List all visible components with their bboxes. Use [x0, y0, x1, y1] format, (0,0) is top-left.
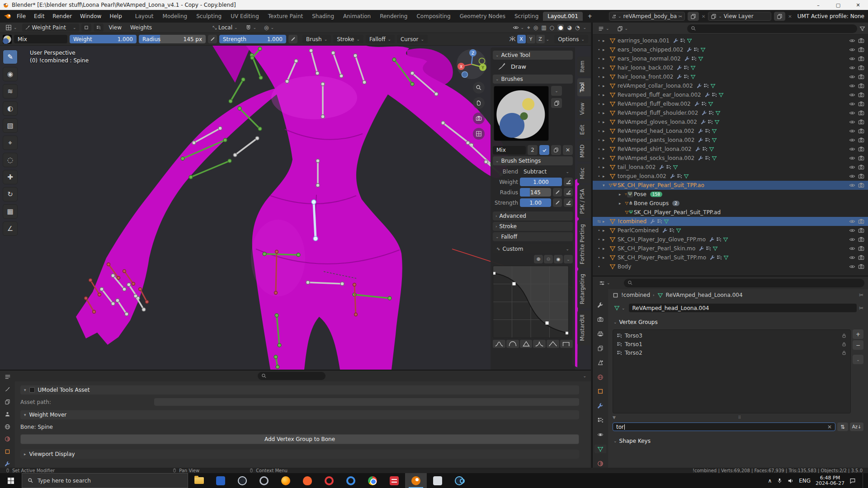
ortho-toggle-icon[interactable]	[473, 128, 485, 140]
outliner-row[interactable]: • ▸ Ψ Ψ ⋔ Ψ tail_loona.002	[593, 163, 868, 172]
symmetry-axis-toggle[interactable]: X	[517, 35, 526, 43]
notifications-icon[interactable]	[849, 478, 856, 484]
render-camera-icon[interactable]	[858, 74, 864, 80]
outliner-search-input[interactable]	[687, 24, 857, 33]
symmetry-axis-toggle[interactable]: Z	[536, 35, 545, 43]
paint-mask-vertex-toggle[interactable]	[81, 23, 91, 32]
outliner-row[interactable]: ▸ Ψ Ψ ⋔ Ψ Bone Groups 2	[593, 199, 868, 208]
outliner-row[interactable]: • ▸ Ψ Ψ ⋔ Ψ ReVAmped_gloves_loona.002	[593, 117, 868, 127]
strength-pen-button[interactable]	[553, 198, 562, 207]
sidebar-tab[interactable]: View	[577, 99, 591, 119]
lock-icon[interactable]	[841, 350, 847, 356]
hide-eye-icon[interactable]	[849, 119, 855, 125]
render-camera-icon[interactable]	[858, 110, 864, 116]
radius-slider[interactable]: 145	[520, 188, 551, 197]
view-menu[interactable]: View	[106, 23, 125, 32]
outliner-row[interactable]: • ▸ Ψ Ψ ⋔ Ψ ReVAmped_fluff_shoulder.002	[593, 108, 868, 117]
umodel-checkbox[interactable]	[29, 387, 35, 393]
tab-object-data[interactable]	[594, 445, 606, 453]
strength-pressure-button[interactable]	[288, 35, 297, 43]
expander-icon[interactable]: ▸	[603, 56, 609, 61]
outliner-row[interactable]: • Ψ Ψ ⋔ Ψ Body	[593, 262, 868, 271]
snap-toggle[interactable]: ⌄	[243, 23, 259, 32]
menu-item[interactable]: Help	[105, 12, 126, 21]
render-camera-icon[interactable]	[858, 83, 864, 89]
outliner-row[interactable]: Ψ Ψ ⋔ Ψ SK_CH_Player_Pearl_Suit_TPP.ad	[593, 208, 868, 217]
sidebar-tab[interactable]: Fortnite Porting	[577, 220, 591, 268]
scene-copy-button[interactable]	[688, 12, 699, 21]
gog-icon[interactable]	[253, 473, 275, 488]
falloff-curve-widget[interactable]	[493, 266, 569, 338]
pin-icon[interactable]: ✂	[859, 292, 863, 298]
workspace-tab[interactable]: Shading	[307, 12, 339, 21]
outliner-row[interactable]: ▾ Ψ Ψ ⋔ Ψ SK_CH_Player_Pearl_Suit_TPP.ao	[593, 181, 868, 190]
brush-users-count[interactable]: 2	[528, 145, 538, 155]
measure-tool[interactable]: ∠	[3, 221, 18, 236]
outliner-row[interactable]: • ▸ Ψ Ψ ⋔ Ψ ReVAmped_shirt_loona.002	[593, 145, 868, 154]
viewport-display-panel-header[interactable]: ▸ Viewport Display	[20, 450, 579, 459]
gizmos-toggle[interactable]: ⌖	[527, 24, 530, 31]
workspace-tab[interactable]: Animation	[339, 12, 375, 21]
tab-world[interactable]	[2, 423, 14, 431]
workspace-tab[interactable]: Layout	[131, 12, 158, 21]
outliner-row[interactable]: • ▸ Ψ Ψ ⋔ Ψ SK_CH_Player_Pearl_Skin.mo	[593, 244, 868, 253]
sidebar-tab[interactable]: Edit	[577, 121, 591, 139]
shading-solid-button[interactable]: ●	[557, 24, 564, 31]
sample-weight-tool[interactable]: ⌖	[3, 136, 18, 150]
tab-physics[interactable]	[594, 430, 606, 439]
menu-item[interactable]: Render	[48, 12, 76, 21]
vertex-group-row[interactable]: Torso1	[613, 340, 850, 348]
shading-dropdown-icon[interactable]: ⌄	[583, 25, 586, 30]
sidebar-tab[interactable]: Item	[577, 56, 591, 76]
hide-eye-icon[interactable]	[849, 164, 855, 170]
lock-icon[interactable]	[841, 333, 847, 338]
keyboard-app-icon[interactable]	[427, 473, 448, 488]
language-indicator[interactable]: ENG	[799, 478, 811, 484]
opera-icon[interactable]	[318, 473, 340, 488]
pin-icon[interactable]: ✂	[859, 305, 863, 311]
radius-slider[interactable]: Radius145 px	[139, 35, 206, 43]
hide-eye-icon[interactable]	[849, 47, 855, 53]
expander-icon[interactable]: ▸	[603, 75, 609, 79]
expander-icon[interactable]: ▸	[619, 192, 625, 197]
menu-item[interactable]: File	[13, 12, 30, 21]
outliner-row[interactable]: • ▸ Ψ Ψ ⋔ Ψ PearlCombined	[593, 226, 868, 235]
outliner-row[interactable]: • ▸ Ψ Ψ ⋔ Ψ ReVAmped_pants_loona.002	[593, 136, 868, 145]
hide-eye-icon[interactable]	[849, 92, 855, 98]
draw-tool[interactable]: ✎	[3, 50, 18, 64]
expander-icon[interactable]: ▸	[603, 47, 609, 52]
bottom-search-input[interactable]	[258, 372, 326, 380]
tab-modifiers[interactable]	[594, 402, 606, 410]
hide-eye-icon[interactable]	[849, 128, 855, 134]
outliner-display-mode-button[interactable]: ⌄	[614, 24, 631, 33]
tab-material[interactable]	[2, 436, 14, 443]
vertex-group-row[interactable]: Torso3	[613, 331, 850, 340]
group-specials-dropdown[interactable]: ⌄	[853, 355, 863, 364]
expander-icon[interactable]: ▾	[603, 183, 609, 188]
radius-stylus-button[interactable]	[564, 188, 573, 197]
render-camera-icon[interactable]	[858, 47, 864, 53]
outliner-editor-type-button[interactable]: ⌄	[595, 24, 612, 33]
tab-material[interactable]	[594, 459, 606, 468]
render-camera-icon[interactable]	[858, 56, 864, 62]
tab-output[interactable]	[594, 330, 606, 338]
tab-scene[interactable]	[594, 358, 606, 367]
add-vertex-group-to-bone-button[interactable]: Add Vertex Group to Bone	[20, 434, 579, 444]
proportional-edit-toggle[interactable]: ◎⌄	[261, 23, 277, 32]
overlays-toggle[interactable]: ◎	[533, 24, 538, 31]
voicemod-icon[interactable]	[383, 473, 405, 488]
hide-eye-icon[interactable]	[849, 236, 855, 243]
preset-constant-icon[interactable]	[560, 340, 573, 348]
tab-tool[interactable]	[594, 301, 606, 310]
curve-zoom-out-button[interactable]: ⊖	[544, 255, 553, 263]
umodel-tools-panel-header[interactable]: ▾ UModel Tools Asset	[20, 385, 579, 394]
outliner-row[interactable]: ▸ Ψ Ψ ⋔ Ψ Pose 158	[593, 190, 868, 199]
outliner-row[interactable]: ⇆ ▸ Ψ Ψ ⋔ Ψ !combined	[593, 217, 868, 226]
fake-user-shield-toggle[interactable]	[539, 145, 549, 155]
filter-icon[interactable]	[859, 26, 865, 32]
workspace-tab[interactable]: UV Editing	[226, 12, 264, 21]
tab-tool[interactable]	[2, 386, 14, 394]
add-workspace-button[interactable]: +	[584, 12, 596, 21]
firefox-icon[interactable]	[275, 473, 297, 488]
weight-slider[interactable]: Weight1.000	[70, 35, 137, 43]
